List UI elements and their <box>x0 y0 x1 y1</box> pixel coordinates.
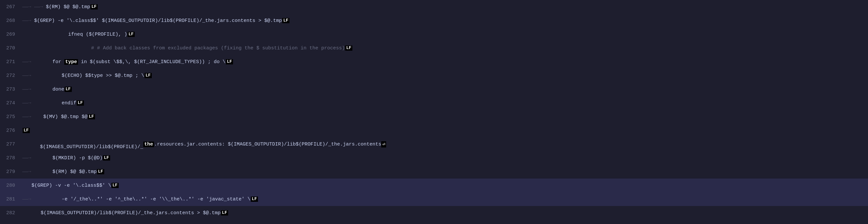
lf-marker-268: LF <box>282 18 289 24</box>
line-number-275: 275 <box>0 114 20 120</box>
line-content-268: ——→ $(GREP) -e '\.class$$' $(IMAGES_OUTP… <box>20 18 868 24</box>
code-line-276: 276 LF <box>0 124 868 137</box>
code-line-274: 274 ——→ endifLF <box>0 96 868 110</box>
line-number-271: 271 <box>0 59 20 65</box>
lf-marker-269: LF <box>127 32 135 37</box>
line-content-278: ——→ $(MKDIR) -p $(@D)LF <box>20 155 868 161</box>
code-line-271: 271 ——→ for type in $(subst \$$,\, $(RT_… <box>0 55 868 69</box>
line-content-270: # # Add back classes from excluded packa… <box>20 45 868 51</box>
code-line-268: 268 ——→ $(GREP) -e '\.class$$' $(IMAGES_… <box>0 14 868 28</box>
arrow-icon-267: ——→ ——→ <box>22 4 46 10</box>
arrow-icon-273: ——→ <box>22 87 34 92</box>
arrow-icon-271: ——→ <box>22 59 34 65</box>
line-number-274: 274 <box>0 100 20 106</box>
arrow-icon-268: ——→ <box>22 18 34 24</box>
lf-marker-273: LF <box>65 87 72 92</box>
code-line-280: 280 $(GREP) -v -e '\.class$$' \LF <box>0 179 868 192</box>
code-line-279: 279 ——→ $(RM) $@ $@.tmpLF <box>0 165 868 179</box>
line-number-267: 267 <box>0 4 20 10</box>
line-content-279: ——→ $(RM) $@ $@.tmpLF <box>20 169 868 175</box>
lf-marker-276: LF <box>23 128 30 134</box>
line-content-274: ——→ endifLF <box>20 100 868 106</box>
arrow-icon-274: ——→ <box>22 100 34 106</box>
lf-marker-275: LF <box>88 114 95 120</box>
line-content-275: ——→ $(MV) $@.tmp $@LF <box>20 114 868 120</box>
lf-marker-274: LF <box>77 100 84 106</box>
lf-marker-282: LF <box>221 210 228 216</box>
code-line-267: 267 ——→ ——→ $(RM) $@ $@.tmpLF <box>0 0 868 14</box>
line-number-278: 278 <box>0 155 20 161</box>
code-line-277: 277 $(IMAGES_OUTPUTDIR)/lib$(PROFILE)/_t… <box>0 137 868 151</box>
code-line-270: 270 # # Add back classes from excluded p… <box>0 41 868 55</box>
line-number-270: 270 <box>0 45 20 51</box>
line-number-268: 268 <box>0 18 20 24</box>
comment-270: # # Add back classes from excluded packa… <box>91 45 345 51</box>
lf-marker-271: LF <box>226 59 233 65</box>
lf-marker-272: LF <box>145 73 152 78</box>
line-content-277: $(IMAGES_OUTPUTDIR)/lib$(PROFILE)/_the.r… <box>20 139 868 150</box>
arrow-icon-278: ——→ <box>22 155 34 161</box>
code-line-272: 272 ——→ $(ECHO) $$type >> $@.tmp ; \LF <box>0 69 868 82</box>
line-number-280: 280 <box>0 183 20 188</box>
line-content-276: LF <box>20 128 868 134</box>
line-number-281: 281 <box>0 196 20 202</box>
code-line-278: 278 ——→ $(MKDIR) -p $(@D)LF <box>0 151 868 165</box>
lf-marker-270: LF <box>345 45 352 51</box>
code-line-269: 269 ifneq ($(PROFILE), )LF <box>0 28 868 41</box>
line-number-276: 276 <box>0 128 20 134</box>
lf-marker-278: LF <box>103 155 110 161</box>
line-number-279: 279 <box>0 169 20 175</box>
lf-marker-267: LF <box>90 4 98 10</box>
line-content-269: ifneq ($(PROFILE), )LF <box>20 32 868 37</box>
line-number-269: 269 <box>0 32 20 37</box>
code-line-273: 273 ——→ doneLF <box>0 82 868 96</box>
line-content-280: $(GREP) -v -e '\.class$$' \LF <box>20 183 868 188</box>
code-line-283: 283 ifneq ($(PROFILE), )LF <box>0 220 868 224</box>
line-content-273: ——→ doneLF <box>20 87 868 92</box>
lf-marker-279: LF <box>97 169 104 175</box>
lf-marker-281: LF <box>251 196 258 202</box>
arrow-icon-279: ——→ <box>22 169 34 175</box>
line-content-271: ——→ for type in $(subst \$$,\, $(RT_JAR_… <box>20 59 868 65</box>
code-line-275: 275 ——→ $(MV) $@.tmp $@LF <box>0 110 868 124</box>
lf-marker-280: LF <box>112 183 119 188</box>
line-content-281: ——→ -e '/_the\..*' -e '^_the\..*' -e '\\… <box>20 196 868 202</box>
line-number-272: 272 <box>0 73 20 78</box>
line-content-282: $(IMAGES_OUTPUTDIR)/lib$(PROFILE)/_the.j… <box>20 210 868 216</box>
line-content-267: ——→ ——→ $(RM) $@ $@.tmpLF <box>20 4 868 10</box>
line-number-273: 273 <box>0 87 20 92</box>
code-editor: 267 ——→ ——→ $(RM) $@ $@.tmpLF 268 ——→ $(… <box>0 0 868 224</box>
arrow-icon-272: ——→ <box>22 73 34 78</box>
code-line-281: 281 ——→ -e '/_the\..*' -e '^_the\..*' -e… <box>0 192 868 206</box>
line-content-272: ——→ $(ECHO) $$type >> $@.tmp ; \LF <box>20 73 868 78</box>
code-line-282: 282 $(IMAGES_OUTPUTDIR)/lib$(PROFILE)/_t… <box>0 206 868 220</box>
line-number-282: 282 <box>0 210 20 216</box>
arrow-icon-275: ——→ <box>22 114 34 120</box>
line-number-277: 277 <box>0 142 20 147</box>
arrow-icon-281: ——→ <box>22 196 34 202</box>
